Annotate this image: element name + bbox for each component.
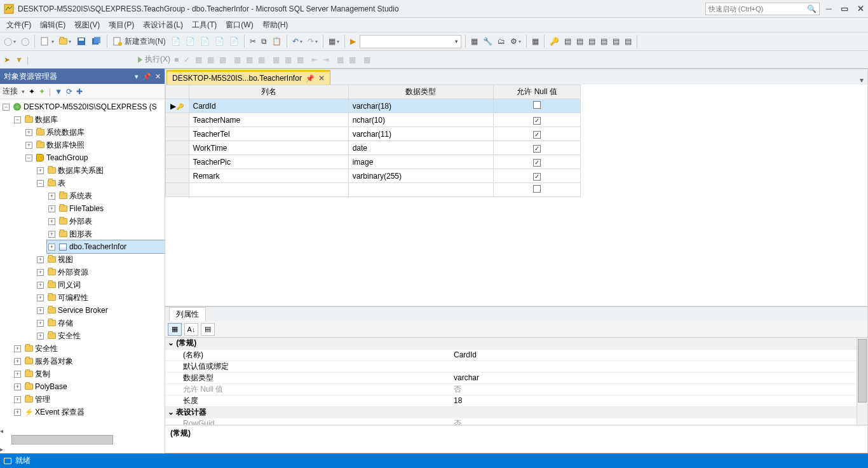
menu-view[interactable]: 视图(V) <box>71 20 104 31</box>
connect-icon-3[interactable]: ✚ <box>76 87 83 96</box>
connect-icon-1[interactable]: ✦ <box>29 87 35 96</box>
col-header-type[interactable]: 数据类型 <box>348 85 493 99</box>
new-query-button[interactable]: 新建查询(N) <box>111 34 167 48</box>
nav-back-button[interactable]: ◯▾ <box>3 34 17 48</box>
panel-close-icon[interactable]: ✕ <box>155 72 161 81</box>
toolbar2-icon-9[interactable]: ▦ <box>295 53 305 67</box>
stop-button[interactable]: ■ <box>173 53 180 67</box>
tabs-overflow-icon[interactable]: ▾ <box>860 76 864 85</box>
tree-synonyms[interactable]: +同义词 <box>36 279 165 291</box>
tab-close-icon[interactable]: ✕ <box>318 74 325 83</box>
toolbar-icon-d[interactable]: 🗂 <box>496 34 506 48</box>
cut-button[interactable]: ✂ <box>248 34 257 48</box>
toolbar-icon-k[interactable]: ▤ <box>611 34 621 48</box>
minimize-button[interactable]: ─ <box>826 4 832 13</box>
column-row[interactable]: Remarkvarbinary(255) <box>166 169 581 183</box>
tree-db-security[interactable]: +安全性 <box>36 329 165 342</box>
toolbar2-icon-a[interactable]: ▦ <box>336 53 345 67</box>
connect-label[interactable]: 连接 <box>3 86 18 97</box>
column-row[interactable]: TeacherPicimage <box>166 155 581 169</box>
toolbar-icon-a[interactable]: ▦▾ <box>327 34 341 48</box>
column-row[interactable]: TeacherNamenchar(10) <box>166 113 581 127</box>
check-icon[interactable]: ✓ <box>182 53 191 67</box>
toolbar-icon-i[interactable]: ▤ <box>587 34 597 48</box>
toolbar-icon-5[interactable]: 📄 <box>228 34 240 48</box>
column-row[interactable]: ▶🔑 CardIdvarchar(18) <box>166 99 581 113</box>
nav-fwd-button[interactable]: ◯ <box>20 34 31 48</box>
categorize-icon[interactable]: ▦ <box>168 323 182 336</box>
prop-row[interactable]: 默认值或绑定 <box>165 361 867 372</box>
tree-serverobjects[interactable]: +服务器对象 <box>13 355 165 368</box>
key-icon[interactable]: 🔑 <box>548 34 560 48</box>
toolbar-icon-h[interactable]: ▤ <box>575 34 585 48</box>
open-button[interactable]: ▾ <box>58 34 72 48</box>
tree-server-security[interactable]: +安全性 <box>13 342 165 355</box>
tree-xevent[interactable]: +⚡XEvent 探查器 <box>13 406 165 418</box>
connect-icon-2[interactable]: ✦ <box>39 87 45 96</box>
props-icon-3[interactable]: ▤ <box>201 323 215 336</box>
column-row[interactable]: TeacherTelvarchar(11) <box>166 127 581 141</box>
toolbar2-icon-c[interactable]: ▦ <box>362 53 372 67</box>
execute-button[interactable]: 执行(X) <box>138 54 170 65</box>
toolbar-icon-g[interactable]: ▤ <box>563 34 573 48</box>
prop-row[interactable]: 数据类型varchar <box>165 372 867 383</box>
tree-storage[interactable]: +存储 <box>36 317 165 329</box>
close-button[interactable]: ✕ <box>857 4 864 13</box>
toolbar-icon-c[interactable]: ▦ <box>470 34 479 48</box>
toolbar2-icon-b[interactable]: ▦ <box>348 53 357 67</box>
indent-left-icon[interactable]: ⇤ <box>310 53 319 67</box>
tree-replication[interactable]: +复制 <box>13 368 165 380</box>
col-header-name[interactable]: 列名 <box>189 85 348 99</box>
tree-teacherinfor[interactable]: +dbo.TeacherInfor <box>47 240 165 253</box>
copy-button[interactable]: ⧉ <box>260 34 268 48</box>
tree-server[interactable]: −DESKTOP-M5S20IS\SQLEXPRESS (S <box>1 100 165 113</box>
tree-filetables[interactable]: +FileTables <box>47 202 165 215</box>
tree-views[interactable]: +视图 <box>36 253 165 266</box>
tree-teachgroup[interactable]: −TeachGroup <box>24 151 165 164</box>
refresh-icon[interactable]: ⟳ <box>66 87 72 96</box>
menu-table-designer[interactable]: 表设计器(L) <box>139 20 187 31</box>
props-vscroll[interactable] <box>857 338 867 425</box>
toolbar-icon-j[interactable]: ▤ <box>599 34 609 48</box>
save-button[interactable] <box>75 34 88 48</box>
panel-menu-icon[interactable]: ▾ <box>135 72 139 81</box>
menu-edit[interactable]: 编辑(E) <box>36 20 69 31</box>
tree-diagrams[interactable]: +数据库关系图 <box>36 164 165 177</box>
toolbar2-icon-3[interactable]: ▦ <box>218 53 227 67</box>
toolbar2-icon-7[interactable]: ▦ <box>271 53 281 67</box>
toolbar2-icon-2[interactable]: ▦ <box>206 53 215 67</box>
toolbar2-icon-4[interactable]: ▦ <box>233 53 242 67</box>
menu-file[interactable]: 文件(F) <box>3 20 35 31</box>
prop-row[interactable]: RowGuid否 <box>165 418 867 425</box>
menu-project[interactable]: 项目(P) <box>105 20 138 31</box>
new-button[interactable]: ▾ <box>39 34 55 48</box>
tree-graphtables[interactable]: +图形表 <box>47 228 165 240</box>
filter-icon[interactable]: ▼ <box>14 53 24 67</box>
redo-button[interactable]: ↷▾ <box>306 34 319 48</box>
tree-exttables[interactable]: +外部表 <box>47 215 165 228</box>
props-tab[interactable]: 列属性 <box>169 307 206 321</box>
tree-databases[interactable]: −数据库 <box>13 113 165 126</box>
tree-programmability[interactable]: +可编程性 <box>36 291 165 304</box>
toolbar-icon-b[interactable]: ▶ <box>349 34 357 48</box>
toolbar2-icon-5[interactable]: ▦ <box>245 53 254 67</box>
indent-right-icon[interactable]: ⇥ <box>322 53 330 67</box>
col-header-null[interactable]: 允许 Null 值 <box>493 85 580 99</box>
doc-tab-teacherinfor[interactable]: DESKTOP-M5S20IS...bo.TeacherInfor 📌 ✕ <box>166 70 330 85</box>
tree-systables[interactable]: +系统表 <box>47 189 165 202</box>
menu-help[interactable]: 帮助(H) <box>259 20 292 31</box>
toolbar-icon-3[interactable]: 📄 <box>199 34 211 48</box>
save-all-button[interactable] <box>90 34 103 48</box>
tree-snapshot[interactable]: +数据库快照 <box>24 139 165 151</box>
quick-launch-input[interactable] <box>709 5 807 13</box>
filter-tree-icon[interactable]: ▼ <box>55 87 62 96</box>
tree-sysdb[interactable]: +系统数据库 <box>24 126 165 139</box>
toolbar2-icon-8[interactable]: ▦ <box>283 53 293 67</box>
prop-row[interactable]: (名称)CardId <box>165 349 867 361</box>
prop-row[interactable]: 允许 Null 值否 <box>165 383 867 395</box>
tree-hscroll[interactable]: ◂▸ <box>0 426 165 453</box>
toolbar-combo[interactable]: ▾ <box>360 35 461 48</box>
paste-button[interactable]: 📋 <box>271 34 283 48</box>
wrench-icon[interactable]: 🔧 <box>482 34 494 48</box>
alphabetical-icon[interactable]: A↓ <box>184 323 198 336</box>
